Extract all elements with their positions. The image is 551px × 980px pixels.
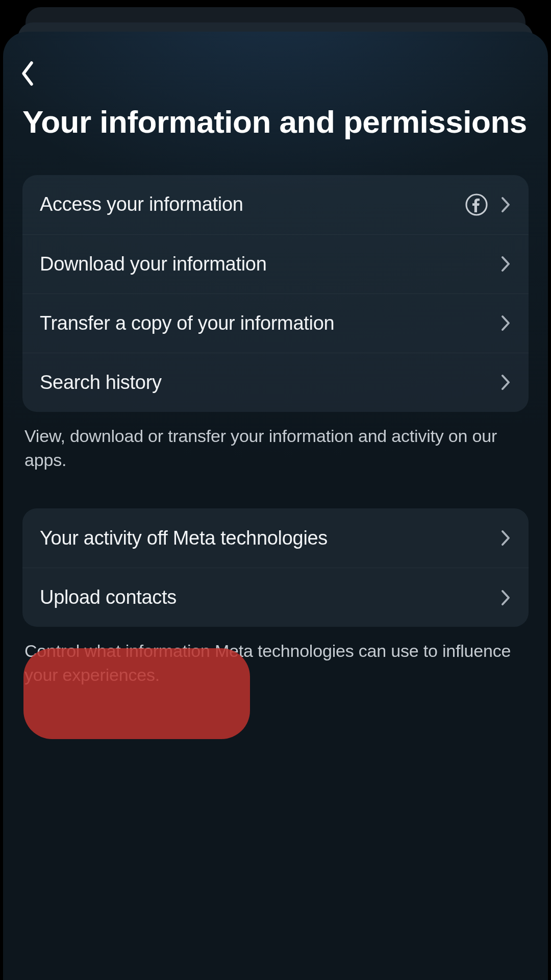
chevron-right-icon — [500, 373, 511, 391]
chevron-right-icon — [500, 314, 511, 332]
chevron-right-icon — [500, 195, 511, 214]
settings-group: Your activity off Meta technologies Uplo… — [22, 508, 529, 627]
row-search-history[interactable]: Search history — [22, 353, 529, 412]
row-access-your-information[interactable]: Access your information — [22, 175, 529, 234]
group-description: Control what information Meta technologi… — [22, 627, 529, 687]
row-transfer-copy[interactable]: Transfer a copy of your information — [22, 293, 529, 353]
row-activity-off-meta[interactable]: Your activity off Meta technologies — [22, 508, 529, 568]
row-label: Access your information — [40, 193, 465, 215]
row-icons — [500, 529, 511, 547]
row-label: Transfer a copy of your information — [40, 312, 500, 334]
row-upload-contacts[interactable]: Upload contacts — [22, 568, 529, 627]
row-icons — [500, 589, 511, 607]
row-icons — [500, 373, 511, 391]
group-description: View, download or transfer your informat… — [22, 412, 529, 472]
row-label: Your activity off Meta technologies — [40, 527, 500, 549]
row-label: Upload contacts — [40, 586, 500, 608]
row-icons — [500, 314, 511, 332]
page-title: Your information and permissions — [22, 104, 529, 140]
chevron-right-icon — [500, 589, 511, 607]
settings-group: Access your information Download your in… — [22, 175, 529, 412]
chevron-right-icon — [500, 529, 511, 547]
row-download-your-information[interactable]: Download your information — [22, 234, 529, 293]
row-label: Search history — [40, 372, 500, 394]
row-label: Download your information — [40, 253, 500, 275]
row-icons — [465, 193, 511, 216]
chevron-right-icon — [500, 255, 511, 273]
row-icons — [500, 255, 511, 273]
back-button[interactable] — [19, 59, 50, 90]
settings-sheet: Your information and permissions Access … — [3, 32, 548, 980]
facebook-icon — [465, 193, 488, 216]
chevron-left-icon — [19, 60, 36, 89]
